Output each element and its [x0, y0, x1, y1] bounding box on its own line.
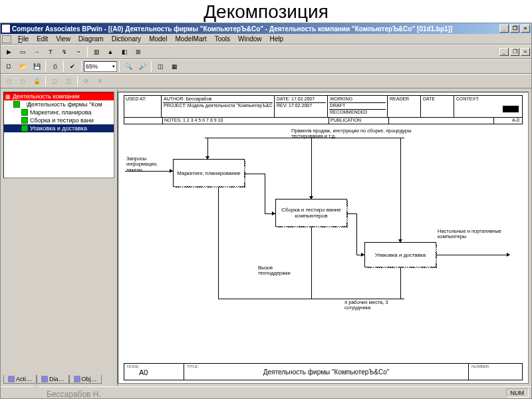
- parent-icon[interactable]: ▲: [104, 46, 117, 58]
- squiggle-tool-icon[interactable]: ~: [72, 46, 85, 58]
- minimize-button[interactable]: _: [499, 25, 509, 33]
- label-output: Настольные и портативные компьютеры: [438, 229, 511, 240]
- app-window: Computer Associates BPwin - [(A0) Деятел…: [0, 23, 532, 399]
- tab-icon: [41, 376, 48, 382]
- tree-root[interactable]: Деятельность компании: [4, 92, 114, 100]
- author-credit: Бессарабов Н.: [47, 390, 101, 399]
- tree-item-0[interactable]: ⊟Деятельность фирмы "Ком: [4, 100, 114, 108]
- sibling-icon[interactable]: ◧: [118, 46, 131, 58]
- label-support: Вызов техподдержки: [258, 265, 305, 277]
- text-tool-icon[interactable]: T: [44, 46, 57, 58]
- report-icon[interactable]: ▦: [168, 61, 181, 72]
- toolbar-3: ◻ ◻ 🔒 ◫ ◫ ⟳ ✕: [1, 74, 531, 88]
- open-icon[interactable]: 📂: [16, 61, 29, 72]
- toolbar-2: 🗋 📂 💾 ⎙ ✔ 65% 🔍 🔎 ◫ ▦: [1, 59, 531, 74]
- sidebar-tabs: Acti… Dia… Obj…: [3, 375, 114, 384]
- status-num: NUM: [506, 388, 529, 398]
- mm-merge-icon[interactable]: ◫: [48, 75, 61, 87]
- idef-footer: NODE: A0 TITLE: Деятельность фирмы "Комп…: [124, 363, 523, 380]
- menubar: FFileile Edit View Diagram Dictionary Mo…: [1, 34, 531, 45]
- decompose-icon[interactable]: ▥: [90, 46, 103, 58]
- spellcheck-icon[interactable]: ✔: [66, 61, 79, 72]
- label-staff: 4 рабочих места, 3 сотрудника: [344, 300, 411, 311]
- mm-save-icon[interactable]: ◻: [16, 75, 29, 87]
- menu-dictionary[interactable]: Dictionary: [108, 35, 145, 43]
- mm-x-icon[interactable]: ✕: [94, 75, 107, 87]
- menu-model[interactable]: Model: [145, 35, 171, 43]
- titlebar-text: Computer Associates BPwin - [(A0) Деятел…: [12, 25, 499, 33]
- toolbar-1: ▶ ▭ → T ↯ ~ ▥ ▲ ◧ ⊞ _ ❐ ×: [1, 45, 531, 59]
- new-icon[interactable]: 🗋: [2, 61, 15, 72]
- mm-open-icon[interactable]: ◻: [2, 75, 15, 87]
- app-icon: [2, 25, 10, 33]
- tab-activities[interactable]: Acti…: [3, 375, 37, 384]
- close-button[interactable]: ×: [521, 25, 530, 33]
- tab-objects[interactable]: Obj…: [69, 375, 102, 384]
- tab-diagrams[interactable]: Dia…: [37, 375, 69, 384]
- titlebar: Computer Associates BPwin - [(A0) Деятел…: [1, 23, 531, 34]
- tree-item-2[interactable]: Сборка и тестиро вани: [4, 116, 114, 124]
- save-icon[interactable]: 💾: [30, 61, 43, 72]
- mdi-restore-button[interactable]: ❐: [510, 48, 519, 56]
- menu-help[interactable]: Help: [266, 35, 288, 43]
- pointer-tool-icon[interactable]: ▶: [2, 46, 15, 58]
- menu-modelmart[interactable]: ModelMart: [171, 35, 210, 43]
- zoom-combo[interactable]: 65%: [84, 61, 117, 72]
- mm-lock-icon[interactable]: 🔒: [30, 75, 43, 87]
- print-icon[interactable]: ⎙: [48, 61, 61, 72]
- link-tool-icon[interactable]: ↯: [58, 46, 71, 58]
- idef-notes-row: NOTES: 1 2 3 4 5 6 7 8 9 10 PUBLICATION …: [124, 118, 523, 124]
- mdi-minimize-button[interactable]: _: [499, 48, 509, 56]
- arrow-tool-icon[interactable]: →: [30, 46, 43, 58]
- maximize-button[interactable]: ❐: [510, 25, 519, 33]
- sidebar: Деятельность компании ⊟Деятельность фирм…: [1, 89, 118, 386]
- tree-icon[interactable]: ⊞: [132, 46, 145, 58]
- box-tool-icon[interactable]: ▭: [16, 46, 29, 58]
- diagram-canvas[interactable]: USED AT: AUTHOR: Бессарабов PROJECT: Мод…: [118, 92, 529, 384]
- zoom-out-icon[interactable]: 🔎: [136, 61, 149, 72]
- activity-box-3[interactable]: Упаковка и доставка: [364, 242, 436, 267]
- activity-box-2[interactable]: Сборка и тестиро вание компьютеров: [275, 199, 347, 227]
- idef-header: USED AT: AUTHOR: Бессарабов PROJECT: Мод…: [124, 95, 523, 118]
- menu-edit[interactable]: Edit: [33, 35, 52, 43]
- menu-window[interactable]: Window: [234, 35, 266, 43]
- modelmart-icon[interactable]: ◫: [154, 61, 167, 72]
- tree-item-3[interactable]: Упаковка и доставка: [4, 124, 114, 132]
- tab-icon: [74, 376, 80, 382]
- slide-title: Декомпозиция: [0, 0, 532, 23]
- context-marker: [503, 106, 519, 112]
- mdi-icon: [2, 35, 11, 43]
- tab-icon: [8, 376, 15, 382]
- activity-box-1[interactable]: Маркетинг, планирование: [173, 159, 245, 187]
- menu-tools[interactable]: Tools: [211, 35, 234, 43]
- mm-refresh-icon[interactable]: ⟳: [80, 75, 93, 87]
- mdi-close-button[interactable]: ×: [521, 48, 530, 56]
- menu-view[interactable]: View: [52, 35, 74, 43]
- menu-diagram[interactable]: Diagram: [74, 35, 108, 43]
- zoom-in-icon[interactable]: 🔍: [122, 61, 135, 72]
- menu-file[interactable]: FFileile: [14, 35, 33, 43]
- mm-diff-icon[interactable]: ◫: [62, 75, 75, 87]
- copyright-symbol: ©: [33, 382, 39, 390]
- tree-item-1[interactable]: Маркетинг, планирова: [4, 108, 114, 116]
- model-tree[interactable]: Деятельность компании ⊟Деятельность фирм…: [3, 92, 114, 178]
